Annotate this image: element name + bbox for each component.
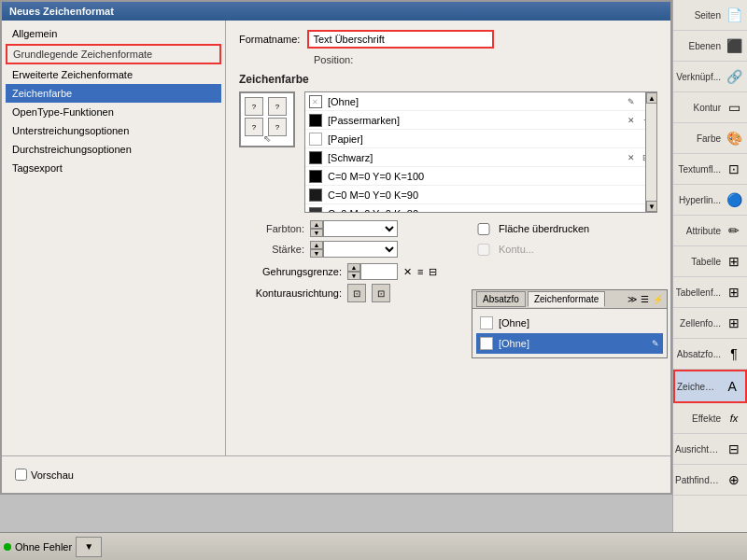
- sidebar-item-kontur[interactable]: Kontur ▭: [673, 92, 747, 123]
- main-dialog: Neues Zeichenformat Allgemein Grundlegen…: [0, 0, 672, 495]
- color-item-ohne[interactable]: ✕ [Ohne] ✎ ↑: [305, 92, 656, 111]
- gehrungsgrenze-icon2: ≡: [417, 266, 423, 277]
- floating-panel-body: [Ohne] [Ohne] ✎: [472, 309, 667, 357]
- list-item-durchstreichung[interactable]: Durchstreichungsoptionen: [6, 140, 221, 159]
- color-edit-icon-1[interactable]: ✎: [625, 95, 638, 108]
- scrollbar-up-btn[interactable]: ▲: [646, 92, 657, 104]
- list-item-erweitert[interactable]: Erweiterte Zeichenformate: [6, 65, 221, 84]
- color-item-schwarz[interactable]: [Schwarz] ✕ ⊞: [305, 148, 656, 167]
- sidebar-icon-verknupf: 🔗: [725, 67, 743, 86]
- sidebar-item-seiten[interactable]: Seiten 📄: [673, 0, 747, 31]
- sidebar-icon-pathfinde: ⊕: [725, 470, 743, 489]
- list-item-opentype[interactable]: OpenType-Funktionen: [6, 103, 221, 121]
- dialog-footer: Vorschau: [2, 455, 670, 493]
- right-panel: Formatname: Position: Zeichenfarbe ? ? ?…: [226, 21, 670, 491]
- list-item-allgemein[interactable]: Allgemein: [6, 24, 221, 43]
- sidebar-icon-hyperlink: 🔵: [725, 190, 743, 209]
- sidebar-item-tabelle[interactable]: Tabelle ⊞: [673, 246, 747, 277]
- status-dot: [4, 543, 11, 551]
- staerke-spin-up[interactable]: ▲: [310, 241, 323, 249]
- color-icon-1: ?: [245, 97, 263, 116]
- sidebar-item-absatzfo[interactable]: Absatzfo... ¶: [673, 339, 747, 370]
- color-item-k90[interactable]: C=0 M=0 Y=0 K=90: [305, 186, 656, 204]
- konturausrichtung-icon2[interactable]: ⊡: [372, 284, 390, 302]
- color-x-icon-4[interactable]: ✕: [625, 151, 638, 164]
- format-name-input[interactable]: [307, 30, 494, 49]
- farbton-select[interactable]: [323, 220, 398, 237]
- color-icon-2: ?: [268, 97, 287, 116]
- panel-flash-icon: ⚡: [653, 295, 663, 304]
- panel-item-none-selected[interactable]: [Ohne] ✎: [476, 333, 663, 354]
- sidebar-item-ausrichte[interactable]: Ausrichte... ⊟: [673, 434, 747, 465]
- farbton-label: Farbton:: [239, 223, 304, 234]
- dialog-title: Neues Zeichenformat: [2, 2, 670, 21]
- scrollbar-down-btn[interactable]: ▼: [646, 201, 657, 212]
- color-item-k100[interactable]: C=0 M=0 Y=0 K=100: [305, 167, 656, 186]
- staerke-label: Stärke:: [239, 244, 304, 255]
- sidebar-label-textumfl: Textumfl...: [678, 164, 721, 175]
- panel-menu-btn[interactable]: ≫: [627, 294, 637, 304]
- format-name-label: Formatname:: [239, 34, 300, 45]
- sidebar-item-pathfinde[interactable]: Pathfinde... ⊕: [673, 465, 747, 496]
- gehrungsgrenze-spin-up[interactable]: ▲: [347, 263, 360, 272]
- panel-item-none-unselected[interactable]: [Ohne]: [476, 313, 663, 333]
- panel-swatch-none-selected: [480, 337, 493, 350]
- sidebar-item-verknupf[interactable]: Verknüpf... 🔗: [673, 62, 747, 92]
- panel-tab-absatzfo[interactable]: Absatzfo: [476, 291, 526, 307]
- sidebar-icon-zeichenf: A: [724, 377, 741, 396]
- panel-tab-zeichenformate[interactable]: Zeichenformate: [528, 291, 605, 307]
- sidebar-item-zellenfo[interactable]: Zellenfo... ⊞: [673, 308, 747, 339]
- color-swatch-passermarken: [309, 114, 322, 127]
- gehrungsgrenze-input[interactable]: [360, 263, 398, 280]
- preview-label: Vorschau: [31, 469, 74, 481]
- sidebar-icon-kontur: ▭: [725, 98, 743, 117]
- preview-checkbox[interactable]: [15, 469, 27, 481]
- color-item-k80[interactable]: C=0 M=0 Y=0 K=80: [305, 204, 656, 213]
- color-list: ✕ [Ohne] ✎ ↑ [Passermarken]: [305, 92, 656, 213]
- scrollbar-track: [646, 104, 656, 201]
- sidebar-item-farbe[interactable]: Farbe 🎨: [673, 123, 747, 154]
- position-label: Position:: [314, 54, 353, 65]
- color-item-papier[interactable]: [Papier]: [305, 130, 656, 148]
- panel-options-btn[interactable]: ☰: [641, 294, 649, 304]
- sidebar-item-hyperlink[interactable]: Hyperlin... 🔵: [673, 185, 747, 216]
- list-item-tagsexport[interactable]: Tagsexport: [6, 159, 221, 177]
- list-item-unterstreichung[interactable]: Unterstreichungsoptionen: [6, 121, 221, 140]
- sidebar-icon-seiten: 📄: [725, 6, 743, 24]
- sidebar-item-attribute[interactable]: Attribute ✏: [673, 216, 747, 246]
- color-item-passermarken[interactable]: [Passermarken] ✕ +: [305, 111, 656, 130]
- panel-item-label-none: [Ohne]: [499, 317, 529, 329]
- sidebar-item-ebenen[interactable]: Ebenen ⬛: [673, 31, 747, 62]
- right-sidebar: Seiten 📄 Ebenen ⬛ Verknüpf... 🔗 Kontur ▭…: [672, 0, 747, 560]
- farbton-spin-up[interactable]: ▲: [310, 220, 323, 229]
- list-item-grundlegend[interactable]: Grundlegende Zeichenformate: [6, 44, 221, 64]
- gehrungsgrenze-spinner[interactable]: ▲ ▼: [347, 263, 398, 280]
- konturausrichtung-icon1[interactable]: ⊡: [347, 284, 366, 302]
- gehrungsgrenze-spin-down[interactable]: ▼: [347, 272, 360, 280]
- farbton-spin-down[interactable]: ▼: [310, 229, 323, 237]
- sidebar-item-zeichenf[interactable]: Zeichenf... A: [673, 370, 747, 403]
- kontur-checkbox[interactable]: [474, 244, 493, 256]
- staerke-spinner[interactable]: ▲ ▼: [310, 241, 469, 258]
- color-name-passermarken: [Passermarken]: [328, 115, 625, 126]
- color-edit-icon-2[interactable]: ✕: [625, 114, 638, 127]
- color-name-ohne: [Ohne]: [328, 96, 625, 107]
- taskbar-dropdown-btn[interactable]: ▼: [76, 537, 102, 557]
- staerke-select[interactable]: [323, 241, 398, 258]
- color-list-container: ✕ [Ohne] ✎ ↑ [Passermarken]: [304, 91, 657, 213]
- sidebar-label-absatzfo: Absatzfo...: [677, 349, 721, 359]
- color-list-scrollbar[interactable]: ▲ ▼: [645, 92, 656, 212]
- flaeche-ueberdrucken-checkbox[interactable]: [474, 223, 493, 235]
- zeichenfarbe-title: Zeichenfarbe: [239, 73, 657, 86]
- color-preview-box: ? ? ? ? ⇖: [239, 91, 295, 147]
- gehrungsgrenze-icon3: ⊟: [429, 266, 437, 278]
- staerke-spin-down[interactable]: ▼: [310, 249, 323, 258]
- farbton-spinner[interactable]: ▲ ▼: [310, 220, 469, 237]
- panel-edit-icon[interactable]: ✎: [652, 339, 659, 348]
- sidebar-item-tabellenf[interactable]: Tabellenf... ⊞: [673, 277, 747, 308]
- list-item-zeichenfarbe[interactable]: Zeichenfarbe: [6, 84, 221, 103]
- category-list: Allgemein Grundlegende Zeichenformate Er…: [6, 24, 221, 177]
- sidebar-item-textumfl[interactable]: Textumfl... ⊡: [673, 154, 747, 185]
- sidebar-item-effekte[interactable]: Effekte fx: [673, 403, 747, 434]
- color-swatch-k90: [309, 189, 322, 202]
